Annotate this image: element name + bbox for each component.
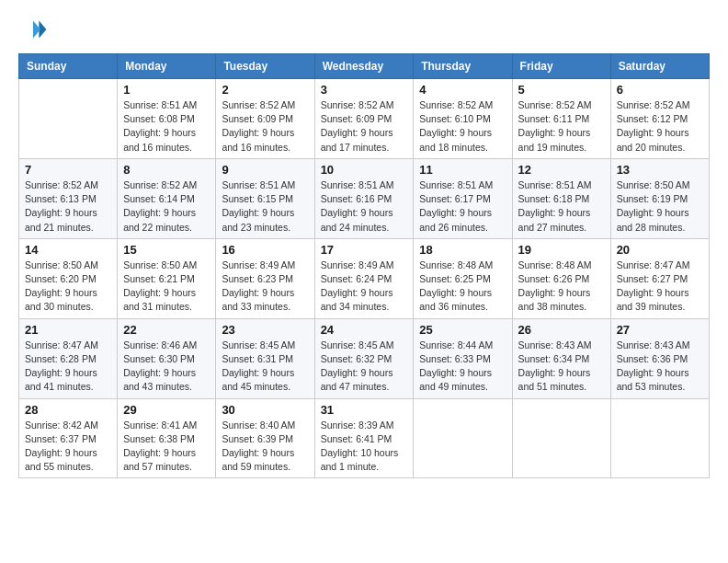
calendar-cell: 11Sunrise: 8:51 AM Sunset: 6:17 PM Dayli…: [414, 158, 512, 238]
page-header: [18, 15, 710, 44]
day-number: 9: [222, 163, 308, 177]
calendar-cell: 14Sunrise: 8:50 AM Sunset: 6:20 PM Dayli…: [19, 238, 118, 318]
calendar-cell: 28Sunrise: 8:42 AM Sunset: 6:37 PM Dayli…: [19, 398, 118, 478]
day-number: 2: [222, 83, 308, 97]
day-info: Sunrise: 8:51 AM Sunset: 6:08 PM Dayligh…: [123, 98, 210, 155]
day-number: 18: [419, 243, 506, 257]
calendar-cell: 21Sunrise: 8:47 AM Sunset: 6:28 PM Dayli…: [19, 318, 118, 398]
calendar-cell: 3Sunrise: 8:52 AM Sunset: 6:09 PM Daylig…: [314, 79, 414, 159]
day-number: 17: [321, 243, 408, 257]
day-number: 28: [25, 403, 111, 417]
day-number: 6: [617, 83, 703, 97]
calendar-cell: 10Sunrise: 8:51 AM Sunset: 6:16 PM Dayli…: [314, 158, 414, 238]
day-info: Sunrise: 8:42 AM Sunset: 6:37 PM Dayligh…: [25, 419, 111, 475]
day-number: 26: [518, 323, 605, 337]
calendar-cell: 16Sunrise: 8:49 AM Sunset: 6:23 PM Dayli…: [216, 238, 314, 318]
calendar-cell: 13Sunrise: 8:50 AM Sunset: 6:19 PM Dayli…: [610, 158, 709, 238]
day-info: Sunrise: 8:40 AM Sunset: 6:39 PM Dayligh…: [222, 419, 308, 475]
day-number: 8: [123, 163, 210, 177]
calendar-cell: 2Sunrise: 8:52 AM Sunset: 6:09 PM Daylig…: [216, 79, 314, 159]
calendar-cell: 4Sunrise: 8:52 AM Sunset: 6:10 PM Daylig…: [414, 79, 512, 159]
calendar-cell: 29Sunrise: 8:41 AM Sunset: 6:38 PM Dayli…: [118, 398, 216, 478]
day-number: 23: [222, 323, 308, 337]
day-info: Sunrise: 8:47 AM Sunset: 6:28 PM Dayligh…: [25, 339, 111, 395]
weekday-header-cell: Sunday: [19, 54, 118, 79]
day-number: 30: [222, 403, 308, 417]
calendar-week-row: 14Sunrise: 8:50 AM Sunset: 6:20 PM Dayli…: [19, 238, 710, 318]
day-info: Sunrise: 8:45 AM Sunset: 6:31 PM Dayligh…: [222, 339, 308, 395]
day-number: 29: [123, 403, 210, 417]
weekday-header-cell: Friday: [512, 54, 610, 79]
day-number: 10: [321, 163, 408, 177]
weekday-header-cell: Tuesday: [216, 54, 314, 79]
calendar-cell: 7Sunrise: 8:52 AM Sunset: 6:13 PM Daylig…: [19, 158, 118, 238]
day-number: 19: [518, 243, 605, 257]
calendar-cell: 19Sunrise: 8:48 AM Sunset: 6:26 PM Dayli…: [512, 238, 610, 318]
weekday-header-cell: Monday: [118, 54, 216, 79]
day-info: Sunrise: 8:52 AM Sunset: 6:11 PM Dayligh…: [518, 98, 605, 155]
day-info: Sunrise: 8:50 AM Sunset: 6:21 PM Dayligh…: [123, 259, 210, 315]
calendar-cell: [414, 398, 512, 478]
calendar-cell: 1Sunrise: 8:51 AM Sunset: 6:08 PM Daylig…: [118, 79, 216, 159]
calendar-cell: 26Sunrise: 8:43 AM Sunset: 6:34 PM Dayli…: [512, 318, 610, 398]
calendar-cell: 24Sunrise: 8:45 AM Sunset: 6:32 PM Dayli…: [314, 318, 414, 398]
calendar-cell: 31Sunrise: 8:39 AM Sunset: 6:41 PM Dayli…: [314, 398, 414, 478]
day-info: Sunrise: 8:52 AM Sunset: 6:10 PM Dayligh…: [419, 98, 506, 155]
weekday-header-cell: Wednesday: [314, 54, 414, 79]
day-number: 1: [123, 83, 210, 97]
day-info: Sunrise: 8:52 AM Sunset: 6:14 PM Dayligh…: [123, 178, 210, 235]
day-number: 21: [25, 323, 111, 337]
day-number: 15: [123, 243, 210, 257]
day-number: 22: [123, 323, 210, 337]
calendar-cell: 6Sunrise: 8:52 AM Sunset: 6:12 PM Daylig…: [610, 79, 709, 159]
day-number: 27: [617, 323, 703, 337]
day-info: Sunrise: 8:52 AM Sunset: 6:13 PM Dayligh…: [25, 178, 111, 235]
calendar-cell: 18Sunrise: 8:48 AM Sunset: 6:25 PM Dayli…: [414, 238, 512, 318]
calendar-cell: [512, 398, 610, 478]
day-number: 20: [617, 243, 703, 257]
day-number: 11: [419, 163, 506, 177]
day-info: Sunrise: 8:49 AM Sunset: 6:24 PM Dayligh…: [321, 259, 408, 315]
day-info: Sunrise: 8:43 AM Sunset: 6:36 PM Dayligh…: [617, 339, 703, 395]
day-info: Sunrise: 8:49 AM Sunset: 6:23 PM Dayligh…: [222, 259, 308, 315]
day-number: 31: [321, 403, 408, 417]
day-info: Sunrise: 8:51 AM Sunset: 6:15 PM Dayligh…: [222, 178, 308, 235]
day-info: Sunrise: 8:43 AM Sunset: 6:34 PM Dayligh…: [518, 339, 605, 395]
calendar-week-row: 28Sunrise: 8:42 AM Sunset: 6:37 PM Dayli…: [19, 398, 710, 478]
weekday-header-cell: Thursday: [414, 54, 512, 79]
logo-icon: [18, 15, 48, 44]
day-number: 12: [518, 163, 605, 177]
calendar-week-row: 7Sunrise: 8:52 AM Sunset: 6:13 PM Daylig…: [19, 158, 710, 238]
weekday-header-cell: Saturday: [610, 54, 709, 79]
calendar-cell: 5Sunrise: 8:52 AM Sunset: 6:11 PM Daylig…: [512, 79, 610, 159]
day-info: Sunrise: 8:48 AM Sunset: 6:25 PM Dayligh…: [419, 259, 506, 315]
day-info: Sunrise: 8:46 AM Sunset: 6:30 PM Dayligh…: [123, 339, 210, 395]
calendar-cell: 23Sunrise: 8:45 AM Sunset: 6:31 PM Dayli…: [216, 318, 314, 398]
day-number: 7: [25, 163, 111, 177]
logo: [18, 15, 51, 44]
day-info: Sunrise: 8:52 AM Sunset: 6:09 PM Dayligh…: [321, 98, 408, 155]
calendar-week-row: 1Sunrise: 8:51 AM Sunset: 6:08 PM Daylig…: [19, 79, 710, 159]
day-info: Sunrise: 8:41 AM Sunset: 6:38 PM Dayligh…: [123, 419, 210, 475]
day-number: 13: [617, 163, 703, 177]
day-info: Sunrise: 8:51 AM Sunset: 6:16 PM Dayligh…: [321, 178, 408, 235]
day-info: Sunrise: 8:48 AM Sunset: 6:26 PM Dayligh…: [518, 259, 605, 315]
calendar-cell: [19, 79, 118, 159]
calendar-table: SundayMondayTuesdayWednesdayThursdayFrid…: [18, 53, 710, 478]
day-number: 25: [419, 323, 506, 337]
calendar-cell: 22Sunrise: 8:46 AM Sunset: 6:30 PM Dayli…: [118, 318, 216, 398]
calendar-cell: 15Sunrise: 8:50 AM Sunset: 6:21 PM Dayli…: [118, 238, 216, 318]
day-info: Sunrise: 8:50 AM Sunset: 6:19 PM Dayligh…: [617, 178, 703, 235]
calendar-cell: 9Sunrise: 8:51 AM Sunset: 6:15 PM Daylig…: [216, 158, 314, 238]
day-number: 4: [419, 83, 506, 97]
calendar-cell: 12Sunrise: 8:51 AM Sunset: 6:18 PM Dayli…: [512, 158, 610, 238]
day-info: Sunrise: 8:51 AM Sunset: 6:17 PM Dayligh…: [419, 178, 506, 235]
day-info: Sunrise: 8:52 AM Sunset: 6:09 PM Dayligh…: [222, 98, 308, 155]
calendar-cell: 17Sunrise: 8:49 AM Sunset: 6:24 PM Dayli…: [314, 238, 414, 318]
day-number: 24: [321, 323, 408, 337]
day-number: 16: [222, 243, 308, 257]
day-info: Sunrise: 8:52 AM Sunset: 6:12 PM Dayligh…: [617, 98, 703, 155]
calendar-cell: 27Sunrise: 8:43 AM Sunset: 6:36 PM Dayli…: [610, 318, 709, 398]
day-number: 5: [518, 83, 605, 97]
calendar-cell: [610, 398, 709, 478]
